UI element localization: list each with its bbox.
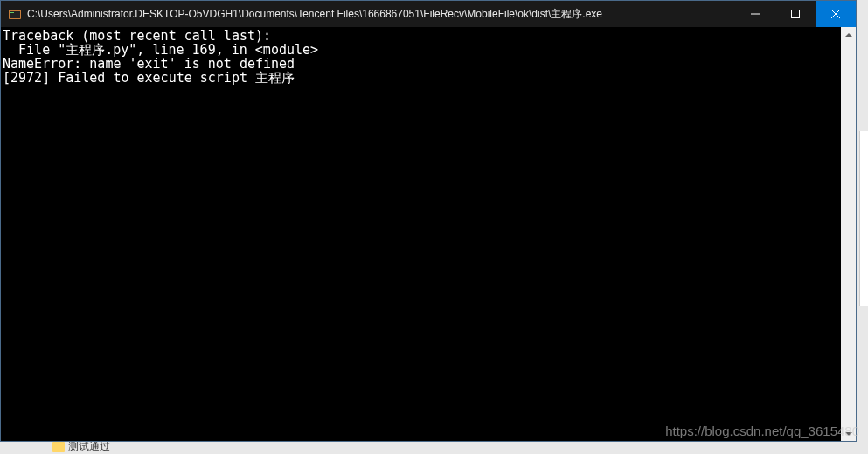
- console-window: C:\Users\Administrator.DESKTOP-O5VDGH1\D…: [0, 0, 857, 442]
- scroll-down-button[interactable]: [841, 426, 856, 441]
- console-body: Traceback (most recent call last): File …: [1, 27, 856, 441]
- close-button[interactable]: [816, 1, 856, 27]
- window-title: C:\Users\Administrator.DESKTOP-O5VDGH1\D…: [27, 7, 735, 22]
- minimize-button[interactable]: [735, 1, 775, 27]
- titlebar[interactable]: C:\Users\Administrator.DESKTOP-O5VDGH1\D…: [1, 1, 856, 27]
- maximize-button[interactable]: [775, 1, 816, 27]
- svg-rect-2: [10, 12, 14, 13]
- folder-icon: [52, 442, 65, 452]
- vertical-scrollbar[interactable]: [841, 27, 856, 441]
- app-icon: [8, 7, 22, 21]
- scroll-up-button[interactable]: [841, 27, 856, 42]
- svg-rect-4: [792, 10, 800, 18]
- console-line: [2972] Failed to execute script 主程序: [3, 70, 295, 86]
- background-panel: [859, 131, 868, 306]
- console-output[interactable]: Traceback (most recent call last): File …: [1, 27, 841, 441]
- window-controls: [735, 1, 856, 27]
